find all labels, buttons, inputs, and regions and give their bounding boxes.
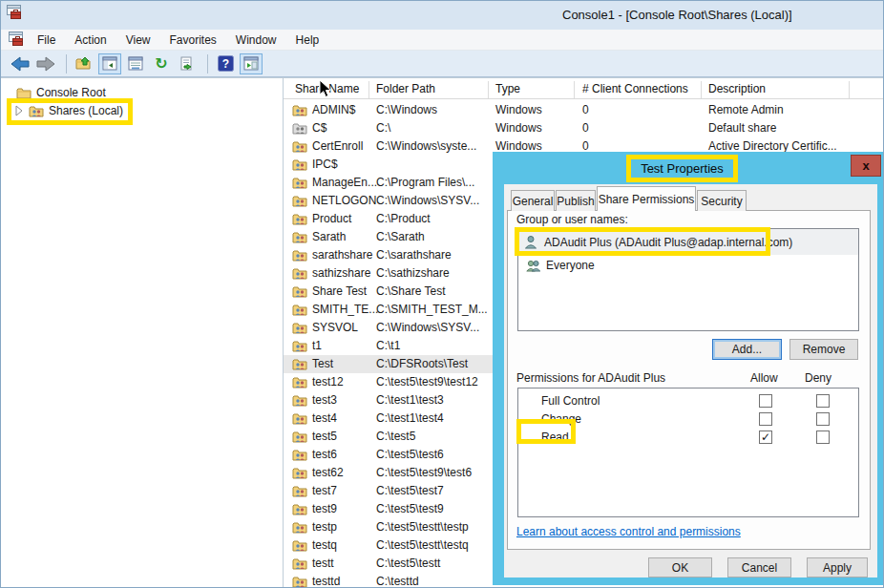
column-header-description[interactable]: Description bbox=[708, 82, 766, 95]
shared-folder-icon bbox=[292, 121, 307, 135]
column-header-client-connections[interactable]: # Client Connections bbox=[582, 82, 688, 95]
dialog-titlebar: Test Properties bbox=[493, 152, 884, 184]
deny-checkbox[interactable] bbox=[816, 430, 830, 444]
shared-folder-icon bbox=[292, 321, 307, 334]
shared-folder-icon bbox=[292, 393, 307, 407]
shared-folder-icon bbox=[292, 556, 307, 570]
menu-help[interactable]: Help bbox=[286, 32, 329, 49]
properties-icon[interactable] bbox=[124, 53, 147, 74]
window-titlebar: Console1 - [Console Root\Shares (Local)] bbox=[1, 1, 884, 30]
shared-folder-icon bbox=[292, 176, 307, 189]
apply-button[interactable]: Apply bbox=[807, 557, 868, 578]
permission-row: Change bbox=[518, 410, 858, 429]
toolbar-separator bbox=[66, 54, 67, 74]
shared-folder-icon bbox=[292, 248, 307, 262]
refresh-icon[interactable]: ↻ bbox=[150, 53, 173, 74]
tree-item-label: Console Root bbox=[36, 86, 106, 99]
expand-chevron-icon[interactable] bbox=[14, 105, 24, 116]
test-properties-dialog: Test Properties x General Publish Share … bbox=[493, 152, 884, 585]
shared-folder-icon bbox=[292, 575, 307, 588]
help-icon[interactable]: ? bbox=[214, 53, 237, 74]
tree-item-shares-local[interactable]: Shares (Local) bbox=[14, 104, 123, 117]
shared-folder-icon bbox=[292, 139, 307, 153]
show-console-tree-icon[interactable] bbox=[98, 53, 121, 74]
allow-column-label: Allow bbox=[750, 371, 778, 385]
column-header-share-name[interactable]: Share Name bbox=[295, 82, 359, 95]
shared-folder-icon bbox=[292, 520, 307, 534]
user-name-label: Everyone bbox=[546, 259, 595, 272]
tab-publish[interactable]: Publish bbox=[556, 190, 596, 211]
tab-security[interactable]: Security bbox=[697, 190, 747, 211]
permissions-label: Permissions for ADAudit Plus bbox=[516, 371, 665, 385]
window-title: Console1 - [Console Root\Shares (Local)] bbox=[562, 8, 792, 22]
menu-view[interactable]: View bbox=[116, 32, 160, 49]
allow-checkbox[interactable] bbox=[759, 430, 772, 444]
menu-action[interactable]: Action bbox=[65, 32, 116, 49]
deny-checkbox[interactable] bbox=[816, 394, 830, 408]
ok-button[interactable]: OK bbox=[648, 557, 712, 578]
mmc-app-icon bbox=[7, 5, 22, 23]
permission-name-label: Read bbox=[541, 430, 569, 444]
menu-favorites[interactable]: Favorites bbox=[160, 32, 226, 49]
shared-folder-icon bbox=[292, 103, 307, 116]
group-user-row[interactable]: ADAudit Plus (ADAudit Plus@adap.internal… bbox=[518, 229, 858, 255]
shared-folder-icon bbox=[292, 357, 307, 370]
column-header-folder-path[interactable]: Folder Path bbox=[376, 82, 435, 95]
shared-folder-icon bbox=[29, 104, 44, 117]
svg-text:?: ? bbox=[221, 57, 228, 71]
back-icon[interactable] bbox=[9, 53, 32, 74]
access-control-link[interactable]: Learn about access control and permissio… bbox=[516, 525, 741, 538]
share-list-row[interactable]: ADMIN$ C:\Windows Windows 0 Remote Admin bbox=[284, 101, 884, 119]
shared-folder-icon bbox=[292, 194, 307, 207]
export-list-icon[interactable] bbox=[176, 53, 199, 74]
toolbar-separator bbox=[207, 54, 208, 74]
folder-icon bbox=[16, 86, 32, 99]
shared-folder-icon bbox=[292, 448, 307, 461]
deny-column-label: Deny bbox=[805, 371, 831, 385]
add-button[interactable]: Add... bbox=[712, 339, 782, 360]
shared-folder-icon bbox=[292, 266, 307, 280]
tab-general[interactable]: General bbox=[511, 190, 555, 211]
mmc-console-icon[interactable] bbox=[9, 32, 24, 50]
shared-folder-icon bbox=[292, 212, 307, 225]
allow-checkbox[interactable] bbox=[759, 412, 772, 426]
deny-checkbox[interactable] bbox=[816, 412, 830, 426]
permissions-listbox: Full ControlChangeRead bbox=[517, 388, 859, 517]
list-header: Share Name Folder Path Type # Client Con… bbox=[284, 80, 884, 99]
permission-row: Full Control bbox=[518, 392, 858, 410]
shared-folder-icon bbox=[292, 502, 307, 515]
tab-share-permissions[interactable]: Share Permissions bbox=[597, 186, 696, 211]
shared-folder-icon bbox=[292, 430, 307, 443]
menu-window[interactable]: Window bbox=[226, 32, 286, 49]
tree-item-console-root[interactable]: Console Root bbox=[16, 86, 106, 99]
shared-folder-icon bbox=[292, 230, 307, 243]
console-tree-panel: Console Root Shares (Local) bbox=[1, 77, 284, 588]
dialog-title: Test Properties bbox=[626, 155, 738, 182]
column-header-type[interactable]: Type bbox=[495, 82, 520, 95]
cancel-button[interactable]: Cancel bbox=[727, 557, 791, 578]
menu-file[interactable]: File bbox=[28, 32, 65, 49]
forward-icon[interactable] bbox=[34, 53, 57, 74]
dialog-content: General Publish Share Permissions Securi… bbox=[504, 184, 877, 578]
group-user-listbox: ADAudit Plus (ADAudit Plus@adap.internal… bbox=[517, 228, 859, 331]
up-level-icon[interactable] bbox=[73, 53, 95, 74]
show-action-pane-icon[interactable] bbox=[240, 53, 263, 74]
shared-folder-icon bbox=[292, 411, 307, 425]
permission-name-label: Change bbox=[541, 412, 581, 426]
group-user-row[interactable]: Everyone bbox=[518, 257, 858, 274]
shared-folder-icon bbox=[292, 339, 307, 352]
permission-name-label: Full Control bbox=[541, 394, 600, 408]
close-icon[interactable]: x bbox=[851, 155, 881, 177]
user-name-label: ADAudit Plus (ADAudit Plus@adap.internal… bbox=[544, 236, 792, 249]
group-icon bbox=[526, 259, 540, 273]
user-icon bbox=[524, 235, 538, 249]
shared-folder-icon bbox=[292, 303, 307, 316]
shared-folder-icon bbox=[292, 484, 307, 497]
shared-folder-icon bbox=[292, 284, 307, 298]
toolbar: ↻ ? bbox=[1, 51, 884, 77]
remove-button[interactable]: Remove bbox=[789, 339, 858, 360]
allow-checkbox[interactable] bbox=[759, 394, 772, 408]
group-names-label: Group or user names: bbox=[516, 213, 628, 226]
menu-bar: File Action View Favorites Window Help bbox=[1, 30, 884, 51]
share-list-row[interactable]: C$ C:\ Windows 0 Default share bbox=[284, 119, 884, 137]
